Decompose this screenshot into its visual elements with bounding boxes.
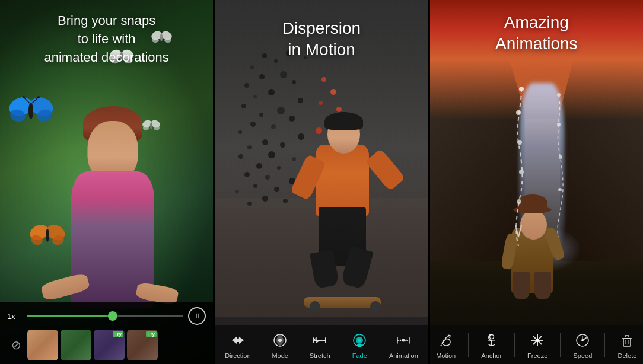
freeze-label: Freeze: [527, 352, 547, 359]
direction-label: Direction: [225, 352, 250, 359]
mode-icon: [270, 331, 289, 350]
motion-label: Motion: [436, 352, 456, 359]
svg-rect-60: [623, 339, 631, 346]
skater-figure: [298, 145, 393, 299]
thumb4-badge: Try: [146, 331, 157, 337]
no-symbol-icon[interactable]: ⊘: [7, 336, 25, 354]
svg-point-55: [536, 339, 539, 342]
speed-icon: [573, 331, 592, 350]
svg-point-40: [519, 87, 524, 91]
anchor-icon: [482, 331, 501, 350]
svg-point-46: [557, 123, 561, 126]
thumbnail-3[interactable]: Try: [94, 330, 125, 360]
thumbnail-4[interactable]: Try: [127, 330, 158, 360]
svg-point-8: [37, 96, 40, 98]
blue-butterfly: [9, 95, 53, 130]
fade-label: Fade: [352, 352, 367, 359]
panel-1: Bring your snaps to life with animated d…: [0, 0, 213, 364]
stretch-label: Stretch: [310, 352, 330, 359]
separator-4: [604, 333, 605, 357]
white-butterfly-3: [142, 119, 160, 134]
delete-label: Delete: [618, 352, 637, 359]
slider-fill: [27, 315, 113, 317]
animation-icon: [394, 331, 413, 350]
tool-mode[interactable]: Mode: [270, 331, 289, 359]
tool-speed[interactable]: Speed: [573, 331, 592, 359]
svg-point-27: [154, 126, 160, 130]
motion-icon: [437, 331, 456, 350]
svg-point-48: [558, 188, 562, 191]
orange-butterfly: [30, 222, 65, 251]
direction-icon: [228, 331, 247, 350]
panel3-tagline: Amazing Animations: [430, 12, 643, 55]
svg-point-43: [519, 170, 524, 174]
panel2-tagline: Dispersion in Motion: [215, 18, 428, 61]
anchor-label: Anchor: [481, 352, 502, 359]
svg-point-41: [516, 110, 521, 115]
thumbnail-2[interactable]: [61, 330, 91, 360]
svg-point-28: [150, 122, 152, 129]
svg-point-7: [23, 96, 25, 98]
person1: [53, 106, 172, 308]
svg-point-42: [517, 140, 522, 145]
motion-path-2: [547, 89, 594, 237]
fade-icon: [350, 331, 369, 350]
svg-point-23: [46, 229, 49, 242]
thumbnail-1[interactable]: [27, 330, 58, 360]
svg-point-47: [559, 155, 562, 159]
svg-point-4: [28, 103, 33, 119]
separator-1: [468, 333, 469, 357]
tool-direction[interactable]: Direction: [225, 331, 250, 359]
thumb1-bg: [27, 330, 58, 360]
separator-2: [514, 333, 515, 357]
tool-freeze[interactable]: Freeze: [527, 331, 547, 359]
svg-point-37: [402, 339, 405, 342]
svg-point-45: [557, 93, 561, 97]
delete-icon: [617, 331, 636, 350]
tool-delete[interactable]: Delete: [617, 331, 636, 359]
tool-fade[interactable]: Fade: [350, 331, 369, 359]
svg-rect-35: [357, 344, 362, 347]
tool-animation[interactable]: Animation: [389, 331, 418, 359]
slider-thumb: [108, 311, 117, 321]
toolbar-3: Motion Anchor: [430, 331, 643, 359]
svg-point-30: [278, 339, 282, 342]
stretch-icon: [310, 331, 329, 350]
svg-point-26: [143, 126, 149, 130]
svg-point-34: [358, 339, 361, 342]
mode-label: Mode: [272, 352, 288, 359]
panel-2: Dispersion in Motion Direction: [215, 0, 428, 364]
tool-stretch[interactable]: Stretch: [310, 331, 330, 359]
svg-point-49: [489, 335, 494, 339]
animation-label: Animation: [389, 352, 418, 359]
speed-slider[interactable]: [27, 315, 183, 317]
pause-button[interactable]: ⏸: [188, 307, 206, 325]
thumbnails-row: ⊘ Try Try: [7, 330, 206, 360]
panel2-toolbar: Direction Mode: [215, 325, 428, 364]
toolbar-2: Direction Mode: [215, 331, 428, 359]
freeze-icon: [528, 331, 547, 350]
panel1-controls: 1x ⏸ ⊘ Try Try: [0, 302, 213, 364]
svg-point-39: [406, 340, 408, 341]
tool-anchor[interactable]: Anchor: [481, 331, 502, 359]
svg-point-59: [581, 339, 584, 341]
panel3-toolbar: Motion Anchor: [430, 325, 643, 364]
speed-label: 1x: [7, 312, 22, 321]
speed-label: Speed: [573, 352, 592, 359]
motion-path-arrows: [486, 83, 557, 249]
panel-3: Amazing Animations Motion: [430, 0, 643, 364]
thumb3-badge: Try: [113, 331, 123, 337]
separator-3: [560, 333, 561, 357]
tool-motion[interactable]: Motion: [436, 331, 456, 359]
speed-row: 1x ⏸: [7, 307, 206, 325]
pause-icon: ⏸: [193, 312, 200, 320]
svg-point-44: [517, 199, 521, 204]
svg-point-38: [400, 340, 402, 341]
panel1-tagline: Bring your snaps to life with animated d…: [0, 12, 213, 66]
thumb2-bg: [61, 330, 91, 360]
